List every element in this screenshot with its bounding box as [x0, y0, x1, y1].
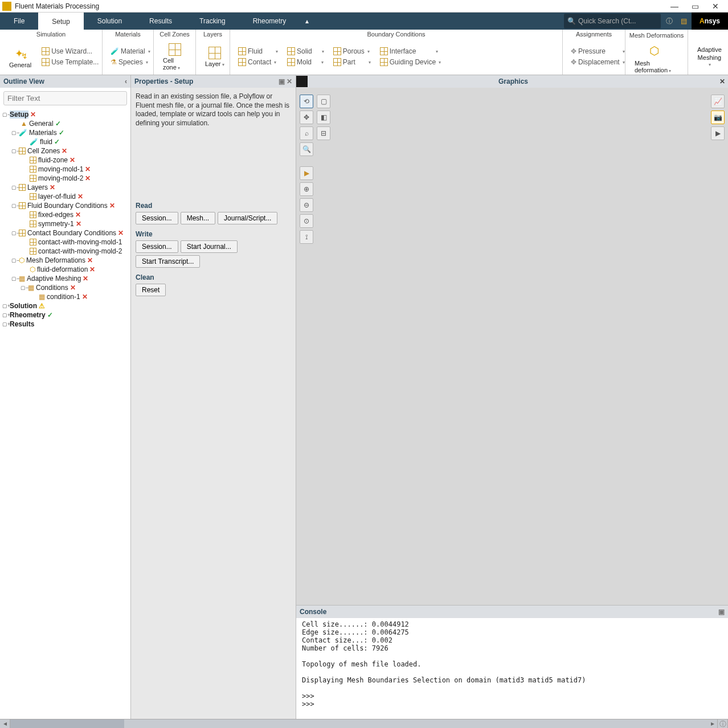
tree-general[interactable]: General — [29, 120, 54, 128]
use-wizard-button[interactable]: Use Wizard... — [39, 47, 101, 56]
expand-icon[interactable]: ▢− — [11, 276, 17, 281]
tree-rheometry[interactable]: Rheometry — [10, 311, 46, 319]
menu-file[interactable]: File — [0, 13, 38, 30]
zoom-in-button[interactable]: ⊕ — [300, 182, 313, 196]
zoom-out-button[interactable]: ⊖ — [300, 198, 313, 212]
menu-rheometry[interactable]: Rheometry — [239, 13, 300, 30]
tree-mmold1[interactable]: moving-mold-1 — [38, 165, 83, 173]
console-output[interactable]: Cell size......: 0.0044912 Edge size....… — [296, 618, 728, 719]
tree-layers[interactable]: Layers — [27, 183, 48, 191]
displacement-button[interactable]: ✥Displacement▾ — [569, 58, 627, 67]
start-transcript-button[interactable]: Start Transcript... — [136, 255, 200, 268]
expand-icon[interactable]: ▢− — [11, 203, 17, 208]
tree-cond1[interactable]: condition-1 — [47, 293, 80, 301]
menu-solution[interactable]: Solution — [84, 13, 136, 30]
bc-contact-button[interactable]: Contact▾ — [236, 58, 280, 67]
write-session-button[interactable]: Session... — [136, 240, 178, 253]
scroll-right-button[interactable]: ▸ — [707, 719, 718, 728]
bc-porous-button[interactable]: Porous▾ — [331, 47, 373, 56]
status-info-icon[interactable]: ⓘ — [718, 719, 728, 728]
expand-icon[interactable]: ▢+ — [2, 321, 8, 327]
reset-button[interactable]: Reset — [136, 284, 166, 296]
tree-cmmold1[interactable]: contact-with-moving-mold-1 — [38, 238, 122, 246]
maximize-button[interactable]: ▭ — [685, 2, 705, 11]
tree-solution[interactable]: Solution — [10, 302, 37, 310]
play-button[interactable]: ▶ — [711, 126, 725, 140]
tree-cmmold2[interactable]: contact-with-moving-mold-2 — [38, 247, 122, 255]
tree-layerfluid[interactable]: layer-of-fluid — [38, 193, 76, 201]
mesh-deformation-button[interactable]: ⬡ Mesh deformation▾ — [629, 44, 684, 73]
read-journal-button[interactable]: Journal/Script... — [218, 212, 277, 224]
fit-view-button[interactable]: ⟲ — [300, 95, 313, 108]
menu-results[interactable]: Results — [136, 13, 186, 30]
help-button[interactable]: ⓘ — [662, 13, 677, 30]
expand-icon[interactable]: ▢− — [2, 112, 8, 117]
layout-1-button[interactable]: ▢ — [317, 95, 330, 108]
scrollbar-thumb[interactable] — [10, 719, 124, 728]
tree-cbc[interactable]: Contact Boundary Conditions — [27, 229, 116, 237]
expand-icon[interactable]: ▢− — [11, 230, 17, 236]
menu-tracking[interactable]: Tracking — [186, 13, 239, 30]
zoom-box-button[interactable]: ⌕ — [300, 126, 313, 140]
close-panel-icon[interactable]: ✕ — [287, 77, 292, 85]
popout-icon[interactable]: ▣ — [279, 77, 285, 85]
bc-solid-button[interactable]: Solid▾ — [285, 47, 326, 56]
read-session-button[interactable]: Session... — [136, 212, 178, 224]
expand-icon[interactable]: ▢+ — [2, 303, 8, 309]
tree-materials[interactable]: Materials — [29, 129, 57, 137]
snapshot-button[interactable]: 📷 — [711, 111, 725, 124]
expand-icon[interactable]: ▢− — [11, 130, 17, 136]
reset-zoom-button[interactable]: ⊙ — [300, 214, 313, 228]
tree-adaptive[interactable]: Adaptive Meshing — [27, 275, 81, 283]
general-button[interactable]: ✦ ↯ General — [3, 40, 37, 73]
minimize-button[interactable]: — — [664, 2, 685, 11]
scroll-left-button[interactable]: ◂ — [0, 719, 10, 728]
layout-3-button[interactable]: ⊟ — [317, 126, 330, 140]
layer-button[interactable]: Layer▾ — [199, 40, 230, 73]
tree-conditions[interactable]: Conditions — [36, 284, 68, 292]
outline-filter-input[interactable] — [3, 91, 127, 105]
pressure-button[interactable]: ✥Pressure▾ — [569, 47, 627, 56]
zoom-button[interactable]: 🔍 — [300, 142, 313, 156]
menu-setup[interactable]: Setup — [38, 13, 83, 30]
bc-part-button[interactable]: Part▾ — [331, 58, 373, 67]
use-template-button[interactable]: Use Template... — [39, 58, 101, 67]
expand-icon[interactable]: ▢− — [21, 285, 26, 291]
menu-more[interactable]: ▴ — [300, 13, 314, 30]
tree-fluiddef[interactable]: fluid-deformation — [37, 265, 88, 273]
tree-results[interactable]: Results — [10, 320, 34, 328]
tree-cellzones[interactable]: Cell Zones — [27, 147, 60, 155]
quick-search[interactable]: 🔍 Quick Search (Ct... — [564, 14, 661, 28]
bc-interface-button[interactable]: Interface▾ — [378, 47, 443, 56]
layout-2-button[interactable]: ◧ — [317, 111, 330, 124]
tree-mmold2[interactable]: moving-mold-2 — [38, 174, 83, 182]
console-popout-icon[interactable]: ▣ — [718, 608, 725, 616]
graphics-close-icon[interactable]: ✕ — [717, 77, 728, 85]
tree-fluid[interactable]: fluid — [40, 138, 52, 146]
expand-icon[interactable]: ▢− — [11, 148, 17, 154]
expand-icon[interactable]: ▢− — [11, 257, 17, 263]
read-mesh-button[interactable]: Mesh... — [181, 212, 215, 224]
expand-icon[interactable]: ▢+ — [2, 312, 8, 318]
pan-button[interactable]: ✥ — [300, 111, 313, 124]
tree-symmetry1[interactable]: symmetry-1 — [38, 220, 74, 228]
material-button[interactable]: 🧪Material▾ — [108, 47, 153, 56]
close-button[interactable]: ✕ — [705, 2, 726, 11]
bc-guiding-button[interactable]: Guiding Device▾ — [378, 58, 443, 67]
tree-fbc[interactable]: Fluid Boundary Conditions — [27, 202, 108, 210]
adaptive-meshing-button[interactable]: Adaptive Meshing ▾ — [692, 40, 727, 73]
tree-setup[interactable]: Setup — [10, 111, 28, 118]
start-journal-button[interactable]: Start Journal... — [181, 240, 238, 253]
expand-icon[interactable]: ▢− — [11, 185, 17, 190]
probe-button[interactable]: ▶ — [300, 166, 313, 180]
tree-fluidzone[interactable]: fluid-zone — [38, 156, 68, 164]
bc-mold-button[interactable]: Mold▾ — [285, 58, 326, 67]
axes-button[interactable]: ⟟ — [300, 230, 313, 244]
outline-tree[interactable]: ▢−Setup ✕ ▲General ✓ ▢−🧪Materials ✓ 🧪flu… — [0, 109, 130, 719]
species-button[interactable]: ⚗Species▾ — [108, 58, 153, 67]
bc-fluid-button[interactable]: Fluid▾ — [236, 47, 280, 56]
cellzone-button[interactable]: Cell zone▾ — [157, 40, 192, 73]
layout-button[interactable]: ▤ — [677, 13, 692, 30]
tree-meshdef[interactable]: Mesh Deformations — [26, 256, 85, 264]
collapse-icon[interactable]: ‹ — [125, 77, 127, 85]
